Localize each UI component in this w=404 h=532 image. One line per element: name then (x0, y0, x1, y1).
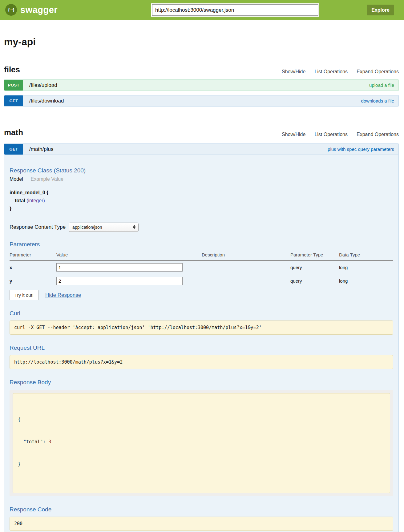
param-name: x (10, 260, 56, 274)
col-value: Value (56, 250, 202, 260)
response-content-type-label: Response Content Type (10, 224, 66, 230)
method-badge-get[interactable]: GET (4, 95, 23, 106)
hide-response-link[interactable]: Hide Response (45, 292, 81, 298)
endpoint-summary-link[interactable]: plus with spec query parameters (328, 147, 394, 152)
math-section-header: math Show/Hide List Operations Expand Op… (4, 128, 399, 137)
method-badge-post[interactable]: POST (4, 80, 23, 91)
endpoint-row-get-math-plus: GET /math/plus plus with spec query para… (4, 143, 399, 155)
endpoint-summary-link[interactable]: downloads a file (361, 98, 394, 103)
response-body-box: { "total": 3 } (13, 393, 390, 493)
endpoint-path-link[interactable]: /math/plus (29, 146, 328, 152)
model-name: inline_model_0 (10, 190, 45, 195)
json-line: "total": 3 (18, 438, 385, 445)
expand-operations-link[interactable]: Expand Operations (352, 132, 399, 137)
endpoint-summary-link[interactable]: upload a file (369, 83, 394, 88)
parameters-table: Parameter Value Description Parameter Ty… (10, 250, 393, 288)
param-type: query (290, 274, 339, 288)
param-x-input[interactable] (56, 263, 183, 272)
col-description: Description (202, 250, 290, 260)
try-it-out-button[interactable]: Try it out! (10, 290, 38, 300)
request-url-heading: Request URL (10, 345, 393, 351)
open-brace: { (45, 190, 49, 195)
model-signature: inline_model_0 { total (integer) } (10, 189, 393, 213)
parameters-heading: Parameters (10, 241, 393, 248)
parameter-row-x: x query long (10, 260, 393, 274)
selected-content-type: application/json (72, 225, 102, 230)
show-hide-link[interactable]: Show/Hide (277, 132, 310, 137)
col-data-type: Data Type (339, 250, 393, 260)
param-data-type: long (339, 260, 393, 274)
section-divider (4, 122, 399, 122)
method-badge-get[interactable]: GET (4, 144, 23, 155)
param-type: query (290, 260, 339, 274)
param-description (202, 260, 290, 274)
json-line: } (18, 460, 385, 468)
param-data-type: long (339, 274, 393, 288)
files-section-controls: Show/Hide List Operations Expand Operati… (277, 69, 399, 75)
endpoint-path-link[interactable]: /files/upload (29, 82, 369, 88)
signature-line-close: } (10, 205, 393, 213)
response-class-heading: Response Class (Status 200) (10, 167, 393, 174)
swagger-logo: {···} swagger (5, 4, 58, 16)
page-title: my-api (4, 36, 399, 48)
endpoint-row-post-files-upload: POST /files/upload upload a file (4, 79, 399, 91)
json-line: { (18, 416, 385, 423)
tab-example-value[interactable]: Example Value (27, 176, 63, 182)
response-body-heading: Response Body (10, 379, 393, 386)
response-code-box: 200 (10, 517, 393, 531)
list-operations-link[interactable]: List Operations (310, 132, 352, 137)
response-content-type-row: Response Content Type application/json (10, 223, 393, 232)
param-y-input[interactable] (56, 277, 183, 285)
response-content-type-select[interactable]: application/json (69, 223, 139, 232)
prop-type: (integer) (25, 198, 45, 203)
json-value: 3 (48, 439, 51, 445)
try-row: Try it out! Hide Response (10, 290, 393, 300)
parameters-header-row: Parameter Value Description Parameter Ty… (10, 250, 393, 260)
math-section-controls: Show/Hide List Operations Expand Operati… (277, 132, 399, 137)
col-parameter: Parameter (10, 250, 56, 260)
show-hide-link[interactable]: Show/Hide (277, 69, 310, 75)
explore-button[interactable]: Explore (367, 5, 394, 15)
expand-operations-link[interactable]: Expand Operations (352, 69, 399, 75)
model-tabs: Model Example Value (10, 176, 393, 182)
response-body-wrapper: { "total": 3 } (10, 390, 393, 496)
list-operations-link[interactable]: List Operations (310, 69, 352, 75)
signature-line-prop: total (integer) (10, 197, 393, 205)
main-content: my-api files Show/Hide List Operations E… (4, 36, 399, 532)
math-section-title: math (4, 128, 23, 137)
curl-heading: Curl (10, 310, 393, 317)
response-code-heading: Response Code (10, 506, 393, 513)
col-parameter-type: Parameter Type (290, 250, 339, 260)
prop-name: total (15, 198, 25, 203)
header-bar: {···} swagger Explore (0, 0, 404, 20)
operation-panel: Response Class (Status 200) Model Exampl… (4, 155, 399, 532)
signature-line-open: inline_model_0 { (10, 189, 393, 197)
request-url-box: http://localhost:3000/math/plus?x=1&y=2 (10, 355, 393, 369)
parameter-row-y: y query long (10, 274, 393, 288)
swagger-logo-icon: {···} (5, 4, 17, 16)
param-name: y (10, 274, 56, 288)
spec-url-input[interactable] (152, 4, 318, 16)
select-arrows-icon (133, 225, 135, 229)
files-section-header: files Show/Hide List Operations Expand O… (4, 65, 399, 75)
curl-command-box: curl -X GET --header 'Accept: applicatio… (10, 320, 393, 335)
json-key: "total": (18, 439, 48, 445)
endpoint-path-link[interactable]: /files/download (29, 98, 361, 104)
files-section-title: files (4, 65, 20, 75)
brand-name: swagger (20, 5, 58, 15)
endpoint-row-get-files-download: GET /files/download downloads a file (4, 95, 399, 107)
tab-model[interactable]: Model (10, 176, 27, 182)
param-description (202, 274, 290, 288)
